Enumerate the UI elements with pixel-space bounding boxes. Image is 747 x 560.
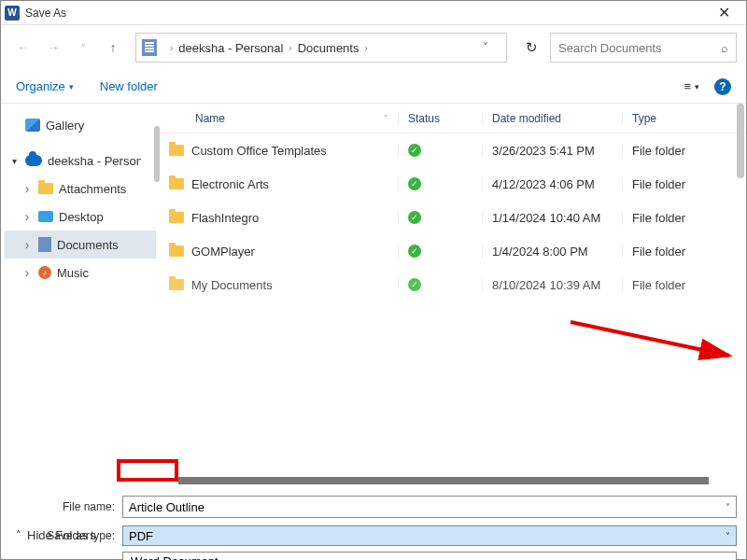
window-title: Save As <box>25 7 705 20</box>
tree-label: Attachments <box>59 182 126 196</box>
col-date[interactable]: Date modified <box>482 112 622 125</box>
chevron-right-icon: › <box>364 43 367 53</box>
folder-icon <box>38 183 53 194</box>
tree-attachments[interactable]: Attachments <box>5 175 156 203</box>
search-icon: ⌕ <box>721 41 728 55</box>
caret-down-icon: ▾ <box>695 82 699 91</box>
new-folder-button[interactable]: New folder <box>100 79 158 93</box>
sync-ok-icon: ✓ <box>408 211 421 224</box>
address-bar[interactable]: › deeksha - Personal › Documents › ˅ <box>135 33 507 63</box>
organize-label: Organize <box>16 79 65 93</box>
bottom-panel: File name: Article Outline ˅ Save as typ… <box>1 484 746 559</box>
file-name: My Documents <box>191 278 273 292</box>
tree-label: Desktop <box>59 210 104 224</box>
tree-music[interactable]: ♪ Music <box>5 259 156 287</box>
documents-icon <box>38 237 51 252</box>
gallery-icon <box>25 119 40 132</box>
horizontal-scrollbar[interactable] <box>178 477 709 484</box>
help-button[interactable]: ? <box>714 78 731 95</box>
chevron-right-icon[interactable] <box>21 265 33 280</box>
tree-label: Gallery <box>46 119 84 133</box>
up-button[interactable]: ↑ <box>100 35 126 61</box>
music-icon: ♪ <box>38 266 51 279</box>
forward-button[interactable]: → <box>40 35 66 61</box>
back-button[interactable]: ← <box>10 35 36 61</box>
hide-folders-button[interactable]: ˄ Hide Folders <box>16 528 96 542</box>
organize-menu[interactable]: Organize ▾ <box>16 79 74 93</box>
filename-row: File name: Article Outline ˅ <box>10 496 737 518</box>
folder-icon <box>169 279 184 290</box>
filename-label: File name: <box>10 500 122 513</box>
desktop-icon <box>38 211 53 222</box>
chevron-right-icon: › <box>289 43 291 53</box>
titlebar: W Save As ✕ <box>1 1 746 25</box>
address-dropdown[interactable]: ˅ <box>471 41 500 54</box>
breadcrumb-account[interactable]: deeksha - Personal <box>178 41 283 55</box>
list-icon: ≡ <box>684 79 691 93</box>
table-row[interactable]: FlashIntegro✓1/14/2024 10:40 AMFile fold… <box>160 201 746 234</box>
tree-label: Music <box>57 266 89 280</box>
onedrive-icon <box>25 155 42 166</box>
close-button[interactable]: ✕ <box>705 4 742 21</box>
combobox-dropdown-icon[interactable]: ˅ <box>726 531 730 541</box>
refresh-button[interactable]: ↻ <box>516 39 546 56</box>
tree-documents[interactable]: Documents <box>5 231 156 259</box>
file-date: 1/4/2024 8:00 PM <box>482 245 622 259</box>
file-date: 4/12/2023 4:06 PM <box>482 177 622 191</box>
file-list: Custom Office Templates✓3/26/2023 5:41 P… <box>160 133 746 477</box>
file-name: Custom Office Templates <box>191 144 327 158</box>
chevron-right-icon[interactable] <box>21 209 33 224</box>
tree-account[interactable]: deeksha - Personal <box>5 147 156 175</box>
tree-gallery[interactable]: Gallery <box>5 111 156 139</box>
file-name: GOMPlayer <box>191 245 255 259</box>
col-name[interactable]: Name ˄ <box>160 112 398 125</box>
caret-down-icon: ▾ <box>69 82 74 91</box>
search-placeholder: Search Documents <box>558 41 662 55</box>
savetype-value: PDF <box>129 529 153 543</box>
folder-icon <box>169 212 184 223</box>
col-status[interactable]: Status <box>398 112 482 125</box>
chevron-down-icon[interactable] <box>8 156 20 166</box>
filename-value: Article Outline <box>129 500 204 514</box>
file-name: Electronic Arts <box>191 177 269 191</box>
table-row[interactable]: GOMPlayer✓1/4/2024 8:00 PMFile folder <box>160 234 746 268</box>
tree-label: Documents <box>57 238 119 252</box>
table-row[interactable]: Custom Office Templates✓3/26/2023 5:41 P… <box>160 133 746 167</box>
chevron-up-icon: ˄ <box>16 529 21 541</box>
search-input[interactable]: Search Documents ⌕ <box>550 33 737 63</box>
file-pane: Name ˄ Status Date modified Type Custom … <box>160 104 746 484</box>
breadcrumb-documents[interactable]: Documents <box>298 41 359 55</box>
col-type[interactable]: Type <box>622 112 746 125</box>
table-row[interactable]: Electronic Arts✓4/12/2023 4:06 PMFile fo… <box>160 167 746 201</box>
savetype-dropdown-list[interactable]: Word DocumentWord Macro-Enabled Document… <box>122 552 737 560</box>
view-menu[interactable]: ≡ ▾ <box>684 79 699 93</box>
history-dropdown[interactable]: ˅ <box>70 35 96 61</box>
chevron-right-icon[interactable] <box>21 181 33 196</box>
filename-input[interactable]: Article Outline ˅ <box>122 496 737 518</box>
filename-dropdown-icon[interactable]: ˅ <box>726 502 730 512</box>
folder-icon <box>169 245 184 257</box>
sync-ok-icon: ✓ <box>408 177 421 190</box>
savetype-combobox[interactable]: PDF ˅ <box>122 525 737 546</box>
sync-ok-icon: ✓ <box>408 144 421 157</box>
nav-row: ← → ˅ ↑ › deeksha - Personal › Documents… <box>1 25 746 70</box>
file-date: 1/14/2024 10:40 AM <box>482 211 622 225</box>
file-name: FlashIntegro <box>191 211 259 225</box>
sort-indicator-icon: ˄ <box>384 114 388 123</box>
save-as-dialog: W Save As ✕ ← → ˅ ↑ › deeksha - Personal… <box>0 0 747 560</box>
chevron-right-icon[interactable] <box>21 237 33 252</box>
savetype-row: Save as type: PDF ˅ <box>10 525 737 546</box>
folder-icon <box>169 178 184 189</box>
file-type: File folder <box>622 177 746 191</box>
col-label: Name <box>195 112 225 125</box>
file-type: File folder <box>622 278 746 292</box>
vertical-scrollbar[interactable] <box>737 104 744 178</box>
file-type: File folder <box>622 211 746 225</box>
chevron-right-icon: › <box>170 43 173 53</box>
table-row[interactable]: My Documents✓8/10/2024 10:39 AMFile fold… <box>160 268 746 301</box>
dropdown-option[interactable]: Word Document <box>123 553 736 560</box>
tree-desktop[interactable]: Desktop <box>5 203 156 231</box>
folder-icon <box>169 145 184 156</box>
file-type: File folder <box>622 144 746 158</box>
column-headers: Name ˄ Status Date modified Type <box>160 104 746 133</box>
